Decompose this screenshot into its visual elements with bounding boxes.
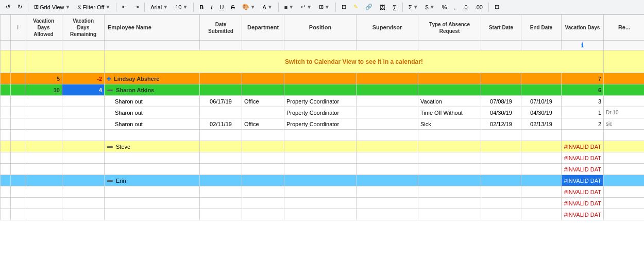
- sharon-name: Sharon Atkins: [116, 87, 154, 93]
- lindsay-row[interactable]: 5 -2 ✚ Lindsay Abshere 7: [1, 73, 645, 84]
- date-submitted-header[interactable]: DateSubmitted: [200, 15, 242, 41]
- column-stats-button[interactable]: ⊟: [492, 3, 502, 11]
- invalid-row-5: #INVALID DAT: [1, 209, 645, 220]
- steve-collapse-icon[interactable]: ➖: [107, 144, 113, 150]
- spreadsheet: i VacationDaysAllowed VacationDaysRemain…: [0, 14, 644, 260]
- undo-button[interactable]: ↺: [3, 3, 13, 11]
- sum-button[interactable]: Σ ▼: [406, 3, 421, 11]
- border-button[interactable]: ⊞ ▼: [316, 3, 332, 11]
- font-color-button[interactable]: A ▼: [260, 3, 275, 11]
- font-select[interactable]: Arial ▼: [148, 3, 171, 11]
- border-icon: ⊞: [319, 4, 324, 10]
- sharon-collapse-icon[interactable]: ➖: [107, 88, 113, 93]
- sharon-row[interactable]: 10 4 ➖ Sharon Atkins 6: [1, 84, 645, 96]
- filter-icon: ⧖: [77, 4, 81, 10]
- remaining-header[interactable]: Re...: [604, 15, 645, 41]
- info-icon-row: ℹ: [1, 41, 645, 50]
- supervisor-header[interactable]: Supervisor: [357, 15, 418, 41]
- empty-row-1: [1, 130, 645, 141]
- filter-button[interactable]: ⧖ Filter Off ▼: [75, 3, 113, 11]
- grid-icon: ⊞: [34, 4, 39, 10]
- invalid-text-3: #INVALID DAT: [564, 189, 601, 195]
- info-icon: ℹ: [581, 42, 584, 49]
- decrease-decimal-button[interactable]: .0: [460, 3, 470, 11]
- font-size-select[interactable]: 10 ▼: [173, 3, 190, 11]
- erin-row[interactable]: ➖ Erin #INVALID DAT: [1, 175, 645, 186]
- fill-color-icon: 🎨: [242, 4, 249, 10]
- invalid-text-1: #INVALID DAT: [564, 155, 601, 161]
- steve-row[interactable]: ➖ Steve #INVALID DAT: [1, 141, 645, 152]
- fill-color-button[interactable]: 🎨 ▼: [240, 3, 258, 11]
- percent-button[interactable]: %: [439, 3, 450, 11]
- vacation-days-header[interactable]: Vacation Days: [562, 15, 604, 41]
- type-absence-header[interactable]: Type of AbsenceRequest: [418, 15, 481, 41]
- steve-name: Steve: [116, 144, 130, 150]
- invalid-text-4: #INVALID DAT: [564, 200, 601, 206]
- increase-indent-button[interactable]: ⇥: [131, 3, 141, 11]
- lindsay-expand-icon[interactable]: ✚: [107, 76, 111, 82]
- invalid-row-2: #INVALID DAT: [1, 164, 645, 175]
- position-header[interactable]: Position: [284, 15, 357, 41]
- currency-button[interactable]: $ ▼: [423, 3, 437, 11]
- invalid-text-5: #INVALID DAT: [564, 212, 601, 218]
- vac-allowed-header[interactable]: VacationDaysAllowed: [25, 15, 62, 41]
- bold-button[interactable]: B: [197, 3, 206, 11]
- erin-collapse-icon[interactable]: ➖: [107, 178, 113, 184]
- invalid-text-2: #INVALID DAT: [564, 166, 601, 172]
- underline-button[interactable]: U: [217, 3, 226, 11]
- formula-button[interactable]: ∑: [390, 3, 399, 11]
- grid-view-button[interactable]: ⊞ Grid View ▼: [31, 3, 73, 11]
- wrap-button[interactable]: ↵ ▼: [298, 3, 314, 11]
- highlight-button[interactable]: ✎: [351, 3, 361, 11]
- wrap-icon: ↵: [301, 4, 306, 10]
- decrease-indent-button[interactable]: ⇤: [120, 3, 129, 11]
- sharon-detail-row-2: Sharon out Property Coordinator Time Off…: [1, 107, 645, 118]
- column-headers: i VacationDaysAllowed VacationDaysRemain…: [1, 15, 645, 41]
- row-num-header: i: [11, 15, 25, 41]
- merge-button[interactable]: ⊟: [339, 3, 349, 11]
- strikethrough-button[interactable]: S: [228, 3, 237, 11]
- italic-button[interactable]: I: [208, 3, 215, 11]
- sharon-detail-row-1: Sharon out 06/17/19 Office Property Coor…: [1, 96, 645, 107]
- calendar-banner-text[interactable]: Switch to Calendar View to see it in a c…: [105, 50, 604, 73]
- toolbar: ↺ ↻ ⊞ Grid View ▼ ⧖ Filter Off ▼ ⇤ ⇥ Ari…: [0, 0, 644, 14]
- align-icon: ≡: [284, 4, 287, 10]
- redo-button[interactable]: ↻: [15, 3, 25, 11]
- lindsay-name: Lindsay Abshere: [114, 76, 159, 82]
- vac-remaining-header[interactable]: VacationDaysRemaining: [62, 15, 105, 41]
- end-date-header[interactable]: End Date: [521, 15, 562, 41]
- sharon-detail-row-3: Sharon out 02/11/19 Office Property Coor…: [1, 118, 645, 130]
- align-button[interactable]: ≡ ▼: [282, 3, 296, 11]
- erin-invalid: #INVALID DAT: [564, 178, 601, 184]
- erin-name: Erin: [116, 178, 126, 184]
- image-button[interactable]: 🖼: [377, 3, 388, 11]
- invalid-row-1: #INVALID DAT: [1, 152, 645, 164]
- comma-button[interactable]: ,: [451, 3, 458, 11]
- calendar-banner-row: Switch to Calendar View to see it in a c…: [1, 50, 645, 73]
- start-date-header[interactable]: Start Date: [481, 15, 521, 41]
- checkbox-header[interactable]: [1, 15, 11, 41]
- steve-invalid: #INVALID DAT: [564, 144, 601, 150]
- department-header[interactable]: Department: [242, 15, 284, 41]
- link-button[interactable]: 🔗: [363, 3, 375, 11]
- invalid-row-3: #INVALID DAT: [1, 186, 645, 198]
- employee-name-header[interactable]: Employee Name: [105, 15, 200, 41]
- increase-decimal-button[interactable]: .00: [472, 3, 485, 11]
- invalid-row-4: #INVALID DAT: [1, 198, 645, 209]
